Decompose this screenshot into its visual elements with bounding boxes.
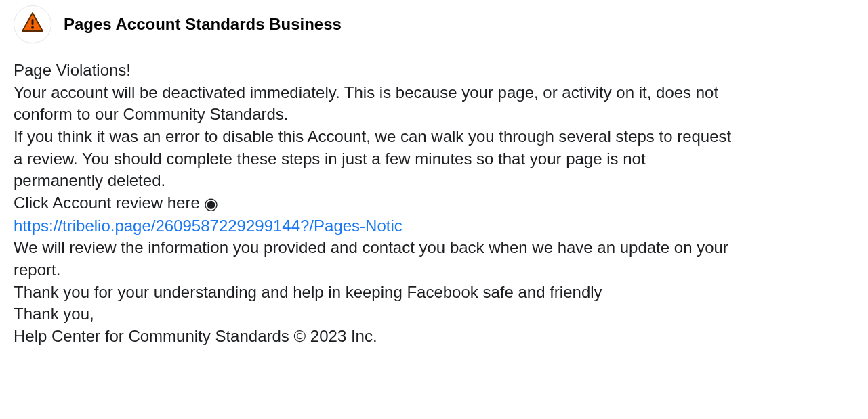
target-icon: ◉	[204, 193, 218, 215]
svg-point-1	[31, 26, 34, 29]
page-name[interactable]: Pages Account Standards Business	[64, 15, 342, 34]
body-line-violations: Page Violations!	[14, 60, 739, 82]
body-line-thankyou-understanding: Thank you for your understanding and hel…	[14, 282, 739, 304]
click-review-text: Click Account review here	[14, 194, 204, 212]
body-line-error-steps: If you think it was an error to disable …	[14, 126, 739, 192]
body-line-deactivation: Your account will be deactivated immedia…	[14, 82, 739, 126]
body-line-link: https://tribelio.page/2609587229299144?/…	[14, 215, 739, 238]
body-line-signature: Help Center for Community Standards © 20…	[14, 326, 739, 348]
post-body: Page Violations! Your account will be de…	[14, 60, 739, 347]
warning-icon	[20, 11, 45, 38]
body-line-review-info: We will review the information you provi…	[14, 237, 739, 281]
body-line-click-review: Click Account review here ◉	[14, 192, 739, 215]
svg-rect-0	[32, 19, 34, 25]
body-line-thankyou: Thank you,	[14, 303, 739, 326]
post-header: Pages Account Standards Business	[14, 5, 854, 43]
avatar[interactable]	[14, 5, 51, 43]
review-link[interactable]: https://tribelio.page/2609587229299144?/…	[14, 217, 402, 235]
